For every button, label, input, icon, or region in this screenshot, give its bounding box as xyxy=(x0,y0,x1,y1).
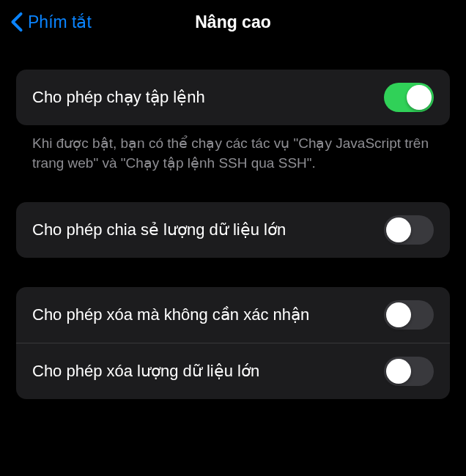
section-share: Cho phép chia sẻ lượng dữ liệu lớn xyxy=(16,202,450,258)
back-label: Phím tắt xyxy=(28,12,92,32)
content: Cho phép chạy tập lệnh Khi được bật, bạn… xyxy=(0,70,466,399)
section-scripts: Cho phép chạy tập lệnh Khi được bật, bạn… xyxy=(16,70,450,173)
row-allow-scripts: Cho phép chạy tập lệnh xyxy=(16,70,450,125)
nav-bar: Phím tắt Nâng cao xyxy=(0,0,466,44)
row-delete-no-confirm: Cho phép xóa mà không cần xác nhận xyxy=(16,287,450,343)
back-button[interactable]: Phím tắt xyxy=(10,12,92,32)
row-label: Cho phép chạy tập lệnh xyxy=(32,86,384,108)
row-label: Cho phép xóa lượng dữ liệu lớn xyxy=(32,360,384,382)
section-footer: Khi được bật, bạn có thể chạy các tác vụ… xyxy=(16,125,450,173)
toggle-delete-no-confirm[interactable] xyxy=(384,300,434,330)
toggle-knob xyxy=(386,359,411,384)
row-delete-large: Cho phép xóa lượng dữ liệu lớn xyxy=(16,343,450,399)
section-delete: Cho phép xóa mà không cần xác nhận Cho p… xyxy=(16,287,450,399)
toggle-delete-large[interactable] xyxy=(384,357,434,386)
row-label: Cho phép chia sẻ lượng dữ liệu lớn xyxy=(32,219,384,241)
toggle-allow-large-share[interactable] xyxy=(384,215,434,245)
chevron-left-icon xyxy=(10,12,23,32)
toggle-allow-scripts[interactable] xyxy=(384,83,434,112)
toggle-knob xyxy=(407,85,432,110)
page-title: Nâng cao xyxy=(195,12,271,32)
row-label: Cho phép xóa mà không cần xác nhận xyxy=(32,304,384,326)
toggle-knob xyxy=(386,217,411,242)
row-allow-large-share: Cho phép chia sẻ lượng dữ liệu lớn xyxy=(16,202,450,258)
toggle-knob xyxy=(386,302,411,327)
